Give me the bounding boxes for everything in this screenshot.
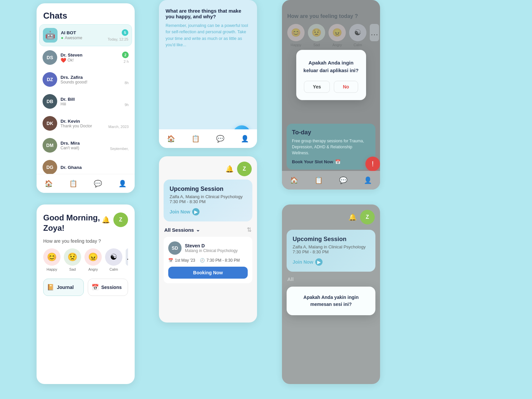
journal-question: What are three things that make you happ… [166, 8, 250, 19]
chat-last: ❤️ Ok! [61, 58, 120, 63]
no-button[interactable]: No [334, 81, 358, 93]
chats-title: Chats [37, 3, 135, 24]
mood-angry[interactable]: 😠 Angry [84, 248, 102, 271]
journal-body: What are three things that make you happ… [159, 0, 257, 148]
exclamation-icon: ! [372, 160, 374, 168]
calm-icon: ☯ [105, 248, 122, 266]
avatar: DM [43, 138, 57, 153]
sessions-label: Sessions [101, 285, 122, 290]
session-meta: 📅 1st May '23 🕗 7:30 PM - 8:30 PM [168, 258, 248, 263]
session-date: 📅 1st May '23 [168, 258, 195, 263]
chat-name: Dr. Steven [61, 53, 120, 58]
book-now-label: Book Your Slot Now [292, 159, 333, 164]
session-time: 🕗 7:30 PM - 8:30 PM [200, 258, 240, 263]
book-now-button[interactable]: Book Your Slot Now 📅 [292, 159, 370, 164]
sort-icon[interactable]: ⇅ [247, 226, 252, 233]
notification-badge[interactable]: ! [365, 157, 380, 171]
angry-label: Angry [88, 267, 98, 271]
upcoming-card: Upcoming Session Zalfa A, Malang in Clin… [164, 180, 252, 221]
list-item[interactable]: DB Dr. Bill Hiii 9h [39, 91, 132, 112]
list-item[interactable]: DK Dr. Kevin Thank you Doctor March, 202… [39, 113, 132, 134]
list-item[interactable]: 🤖 AI BOT ● Awesome 5 Today, 12:25 [39, 24, 132, 46]
chat-last: Sounds goood! [61, 80, 123, 84]
mood-happy[interactable]: 😊 Happy [43, 248, 61, 271]
exit2-content: 🔔 Z Upcoming Session Zalfa A, Malang in … [282, 204, 380, 384]
yes-button[interactable]: Yes [304, 81, 330, 93]
chat-meta: 8h [125, 74, 129, 85]
chats-panel: Chats 🤖 AI BOT ● Awesome 5 Today, 12:25 … [37, 3, 135, 193]
avatar[interactable]: Z [237, 162, 252, 176]
doctor-avatar: SD [168, 241, 182, 255]
upcoming-time-2: 7:30 PM - 8:30 PM [293, 249, 369, 254]
chat-info: Dr. Steven ❤️ Ok! [61, 53, 120, 63]
avatar[interactable]: Z [113, 212, 128, 227]
booking-now-button[interactable]: Booking Now [168, 267, 248, 279]
avatar: Z [360, 210, 375, 224]
chat-meta: 9h [125, 96, 129, 107]
home-icon[interactable]: 🏠 [41, 178, 56, 189]
home-icon[interactable]: 🏠 [164, 133, 179, 144]
chat-list: 🤖 AI BOT ● Awesome 5 Today, 12:25 DS Dr.… [37, 24, 135, 178]
list-item[interactable]: DS Dr. Steven ❤️ Ok! 2 2 h [39, 47, 132, 68]
upcoming-title: Upcoming Session [170, 186, 246, 193]
sessions-header: 🔔 Z [159, 156, 257, 180]
sad-icon: 😟 [64, 248, 81, 266]
sad-label: Sad [69, 267, 76, 271]
chevron-down-icon: ⌄ [196, 227, 200, 233]
all-sessions-2: All [282, 272, 380, 284]
home-icon: 🏠 [287, 175, 302, 186]
upcoming-who-2: Zalfa A, Malang in Clinical Psychology [293, 244, 369, 249]
booking-confirm-dialog: Apakah Anda yakin ingin memesan sesi ini… [287, 287, 375, 315]
chat-info: Dr. Kevin Thank you Doctor [61, 119, 106, 128]
list-item[interactable]: DZ Drs. Zafira Sounds goood! 8h [39, 69, 132, 90]
join-now-label-2: Join Now [293, 259, 313, 265]
all-sessions-label[interactable]: All Sessions ⌄ [164, 227, 200, 233]
mood-row: 😊 Happy 😟 Sad 😠 Angry ☯ Calm … M [43, 248, 128, 271]
mood-calm[interactable]: ☯ Calm [105, 248, 122, 271]
chat-icon[interactable]: 💬 [90, 178, 105, 189]
avatar: DK [43, 116, 57, 131]
bell-icon[interactable]: 🔔 [102, 216, 110, 224]
journal-label: Journal [57, 285, 74, 290]
chat-meta: September, [110, 140, 129, 151]
join-now-button[interactable]: Join Now ▶ [170, 208, 246, 215]
mood-sad[interactable]: 😟 Sad [64, 248, 81, 271]
all-sessions-row: All Sessions ⌄ ⇅ [159, 221, 257, 237]
chat-info: AI BOT ● Awesome [61, 30, 106, 40]
list-item[interactable]: DM Drs. Mira Can't wait) September, [39, 135, 132, 156]
chat-name: Drs. Zafira [61, 75, 123, 80]
bell-icon[interactable]: 🔔 [225, 165, 234, 173]
chat-name: Dr. Bill [61, 97, 123, 102]
exit-dialog-2-panel: 🔔 Z Upcoming Session Zalfa A, Malang in … [282, 204, 380, 384]
journal-icon[interactable]: 📋 [188, 133, 203, 144]
calendar-icon: 📅 [168, 258, 173, 263]
chat-icon[interactable]: 💬 [213, 133, 228, 144]
session-time-text: 7:30 PM - 8:30 PM [206, 258, 240, 263]
chat-info: Dr. Ghana [61, 165, 129, 170]
calendar-icon: 📅 [335, 159, 340, 164]
morning-panel: Good Morning, Zoya! 🔔 Z How are you feel… [37, 204, 135, 384]
chat-info: Drs. Mira Can't wait) [61, 141, 108, 150]
journal-button[interactable]: 📔 Journal [43, 279, 84, 296]
chat-meta: 2 2 h [122, 52, 129, 64]
doctor-row: SD Steven D Malang in Clinical Psycholog… [168, 241, 248, 255]
all-sessions-text: All Sessions [164, 227, 194, 233]
chat-info: Drs. Zafira Sounds goood! [61, 75, 123, 84]
journal-icon[interactable]: 📋 [66, 178, 81, 189]
upcoming-title-2: Upcoming Session [293, 236, 369, 243]
exit-dialog: Apakah Anda ingin keluar dari aplikasi i… [296, 50, 366, 100]
quick-actions: 📔 Journal 📅 Sessions [37, 271, 135, 296]
chat-name: Dr. Ghana [61, 165, 129, 170]
profile-icon[interactable]: 👤 [115, 178, 130, 189]
upcoming-card-2: Upcoming Session Zalfa A, Malang in Clin… [287, 230, 375, 272]
avatar: 🤖 [43, 28, 58, 43]
mood-more[interactable]: … M [126, 248, 128, 271]
exit-dialog-title: Apakah Anda ingin keluar dari aplikasi i… [304, 59, 359, 74]
chat-info: Dr. Bill Hiii [61, 97, 123, 106]
sessions-button[interactable]: 📅 Sessions [88, 279, 128, 296]
happy-label: Happy [47, 267, 57, 271]
today-desc: Free group therapy sessions for Trauma, … [292, 138, 370, 156]
chat-last: ● Awesome [61, 35, 106, 40]
profile-icon[interactable]: 👤 [237, 133, 252, 144]
angry-icon: 😠 [84, 248, 102, 266]
